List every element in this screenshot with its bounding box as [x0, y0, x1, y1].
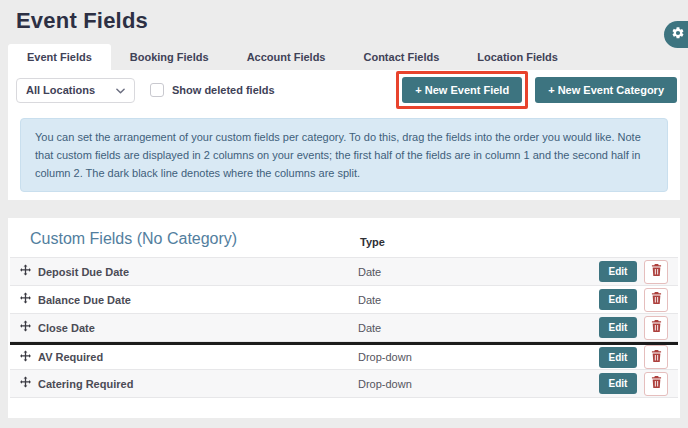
- table-row: Deposit Due Date Date Edit: [10, 258, 678, 286]
- location-select[interactable]: All Locations: [16, 78, 135, 103]
- field-name: Catering Required: [38, 378, 358, 390]
- edit-button[interactable]: Edit: [599, 347, 637, 368]
- trash-icon: [651, 264, 662, 279]
- settings-button[interactable]: [664, 21, 688, 48]
- filters-panel: All Locations Show deleted fields + New …: [8, 70, 680, 200]
- field-type: Drop-down: [358, 378, 599, 390]
- table-row: Balance Due Date Date Edit: [10, 286, 678, 314]
- move-icon: [19, 350, 32, 365]
- delete-button[interactable]: [644, 345, 668, 369]
- drag-handle[interactable]: [18, 265, 32, 279]
- toolbar: All Locations Show deleted fields + New …: [8, 70, 680, 110]
- highlight-box: + New Event Field: [396, 71, 528, 109]
- table-row: Catering Required Drop-down Edit: [10, 370, 678, 398]
- tab-bar: Event Fields Booking Fields Account Fiel…: [8, 46, 577, 70]
- move-icon: [19, 376, 32, 391]
- tab-contact-fields[interactable]: Contact Fields: [344, 44, 458, 70]
- page-title: Event Fields: [16, 8, 148, 34]
- tab-account-fields[interactable]: Account Fields: [228, 44, 345, 70]
- drag-handle[interactable]: [18, 321, 32, 335]
- move-icon: [19, 320, 32, 335]
- trash-icon: [651, 292, 662, 307]
- delete-button[interactable]: [644, 372, 668, 396]
- field-type: Drop-down: [358, 351, 599, 363]
- custom-fields-panel: Custom Fields (No Category) Type Deposit…: [8, 218, 680, 418]
- drag-handle[interactable]: [18, 377, 32, 391]
- tab-event-fields[interactable]: Event Fields: [8, 44, 111, 70]
- field-type: Date: [358, 322, 599, 334]
- move-icon: [19, 264, 32, 279]
- info-banner: You can set the arrangement of your cust…: [20, 118, 668, 192]
- tab-booking-fields[interactable]: Booking Fields: [111, 44, 228, 70]
- tab-location-fields[interactable]: Location Fields: [458, 44, 577, 70]
- field-name: AV Required: [38, 351, 358, 363]
- new-event-category-button[interactable]: + New Event Category: [535, 77, 677, 103]
- edit-button[interactable]: Edit: [599, 261, 637, 282]
- type-column-header: Type: [360, 236, 385, 248]
- field-name: Balance Due Date: [38, 294, 358, 306]
- trash-icon: [651, 376, 662, 391]
- trash-icon: [651, 320, 662, 335]
- new-event-field-button[interactable]: + New Event Field: [402, 77, 522, 103]
- delete-button[interactable]: [644, 288, 668, 312]
- edit-button[interactable]: Edit: [599, 373, 637, 394]
- field-name: Deposit Due Date: [38, 266, 358, 278]
- trash-icon: [651, 350, 662, 365]
- edit-button[interactable]: Edit: [599, 289, 637, 310]
- gear-icon: [671, 26, 685, 43]
- show-deleted-checkbox[interactable]: [150, 83, 164, 97]
- delete-button[interactable]: [644, 260, 668, 284]
- delete-button[interactable]: [644, 316, 668, 340]
- edit-button[interactable]: Edit: [599, 317, 637, 338]
- table-title: Custom Fields (No Category): [30, 230, 237, 248]
- show-deleted-label: Show deleted fields: [172, 84, 275, 96]
- field-name: Close Date: [38, 322, 358, 334]
- field-type: Date: [358, 266, 599, 278]
- table-row: Close Date Date Edit: [10, 314, 678, 342]
- show-deleted-control: Show deleted fields: [150, 83, 275, 97]
- custom-fields-table: Deposit Due Date Date Edit Balance Due D…: [10, 257, 678, 398]
- move-icon: [19, 292, 32, 307]
- drag-handle[interactable]: [18, 350, 32, 364]
- drag-handle[interactable]: [18, 293, 32, 307]
- location-select-value: All Locations: [26, 84, 95, 96]
- table-row: AV Required Drop-down Edit: [10, 342, 678, 370]
- field-type: Date: [358, 294, 599, 306]
- chevron-down-icon: [116, 84, 125, 96]
